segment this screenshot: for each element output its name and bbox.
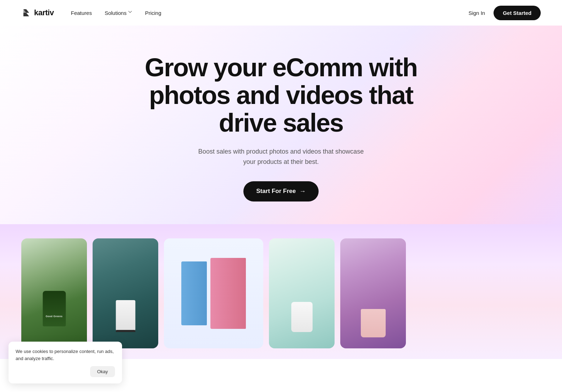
book-pink xyxy=(210,258,246,329)
product-image-books xyxy=(164,238,263,348)
nav-pricing[interactable]: Pricing xyxy=(145,10,161,16)
product-image-greens xyxy=(21,238,87,348)
gallery-item-dispenser xyxy=(269,238,335,348)
cookie-message: We use cookies to personalize content, r… xyxy=(16,348,115,362)
hero-subtitle: Boost sales with product photos and vide… xyxy=(196,147,366,167)
nav-features[interactable]: Features xyxy=(71,10,92,16)
book-blue xyxy=(181,261,207,325)
sign-in-link[interactable]: Sign In xyxy=(468,10,485,16)
hero-section: Grow your eComm with photos and videos t… xyxy=(0,26,562,224)
navbar: kartiv Features Solutions Pricing Sign I… xyxy=(0,0,562,26)
product-image-dispenser xyxy=(269,238,335,348)
arrow-right-icon: → xyxy=(299,188,306,195)
gallery-item-greens xyxy=(21,238,87,348)
chevron-down-icon xyxy=(128,11,132,15)
nav-links: Features Solutions Pricing xyxy=(71,10,469,16)
nav-right: Sign In Get Started xyxy=(468,6,541,20)
cookie-okay-button[interactable]: Okay xyxy=(90,366,115,377)
product-image-coffee xyxy=(93,238,158,348)
gallery-item-books xyxy=(164,238,263,348)
product-gallery xyxy=(0,224,562,359)
product-image-candle xyxy=(340,238,406,348)
nav-solutions[interactable]: Solutions xyxy=(105,10,132,16)
get-started-button[interactable]: Get Started xyxy=(494,6,541,20)
cookie-banner: We use cookies to personalize content, r… xyxy=(9,342,122,383)
logo-icon xyxy=(21,8,31,18)
gallery-item-candle xyxy=(340,238,406,348)
logo[interactable]: kartiv xyxy=(21,8,54,18)
hero-title: Grow your eComm with photos and videos t… xyxy=(143,54,419,137)
gallery-item-coffee xyxy=(93,238,158,348)
logo-text: kartiv xyxy=(34,8,54,17)
start-free-button[interactable]: Start For Free → xyxy=(243,181,318,201)
